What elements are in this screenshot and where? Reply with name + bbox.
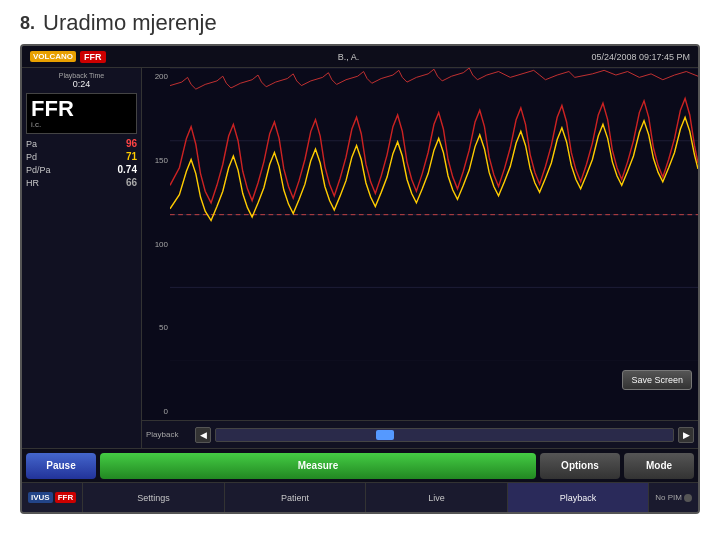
action-buttons-row: Pause Measure Options Mode [22,448,698,482]
metric-label-pa: Pa [26,139,37,149]
page-title: Uradimo mjerenje [43,10,217,36]
metric-value-pa: 96 [126,138,137,149]
metrics-table: Pa 96 Pd 71 Pd/Pa 0.74 HR 66 [26,138,137,190]
options-button[interactable]: Options [540,453,620,479]
playback-time-label: Playback Time [26,72,137,79]
chart-area: 200 150 100 50 0 [142,68,698,448]
y-label-100: 100 [144,240,168,249]
playback-time-value: 0:24 [26,79,137,89]
mode-button[interactable]: Mode [624,453,694,479]
nav-item-settings[interactable]: Settings [83,483,225,512]
metric-label-hr: HR [26,178,39,188]
nav-item-patient[interactable]: Patient [225,483,367,512]
y-label-0: 0 [144,407,168,416]
metric-row-pdpa: Pd/Pa 0.74 [26,164,137,175]
top-bar: VOLCANO FFR B., A. 05/24/2008 09:17:45 P… [22,46,698,68]
playback-slider[interactable] [215,428,674,442]
brand-area: VOLCANO FFR [30,51,106,63]
metric-value-hr: 66 [126,177,137,188]
left-panel: Playback Time 0:24 FFR i.c. Pa 96 Pd 71 … [22,68,142,448]
save-screen-button[interactable]: Save Screen [622,370,692,390]
ffr-subtitle: i.c. [31,120,132,129]
mode-badge: FFR [80,51,106,63]
y-label-200: 200 [144,72,168,81]
nav-brand: IVUS FFR [22,483,83,512]
metric-value-pd: 71 [126,151,137,162]
measure-button[interactable]: Measure [100,453,536,479]
ffr-display-box: FFR i.c. [26,93,137,134]
nav-ffr-logo: FFR [55,492,77,503]
chart-canvas: 200 150 100 50 0 [142,68,698,420]
nav-item-live[interactable]: Live [366,483,508,512]
main-content: Playback Time 0:24 FFR i.c. Pa 96 Pd 71 … [22,68,698,448]
device-frame: VOLCANO FFR B., A. 05/24/2008 09:17:45 P… [20,44,700,514]
bottom-nav-row: IVUS FFR Settings Patient Live Playback … [22,482,698,512]
playback-prev-button[interactable]: ◀ [195,427,211,443]
y-label-150: 150 [144,156,168,165]
pause-button[interactable]: Pause [26,453,96,479]
metric-row-pa: Pa 96 [26,138,137,149]
metric-label-pdpa: Pd/Pa [26,165,51,175]
metric-label-pd: Pd [26,152,37,162]
no-pim-status: No PIM [655,493,682,502]
status-area: No PIM [649,493,698,502]
playback-thumb [376,430,394,440]
y-axis: 200 150 100 50 0 [142,68,170,420]
ffr-title: FFR [31,98,132,120]
nav-items: Settings Patient Live Playback [83,483,649,512]
metric-row-hr: HR 66 [26,177,137,188]
step-number: 8. [20,13,35,34]
pim-indicator [684,494,692,502]
volcano-logo: VOLCANO [30,51,76,62]
nav-item-playback[interactable]: Playback [508,483,650,512]
playback-label: Playback [146,430,191,439]
y-label-50: 50 [144,323,168,332]
date-time: 05/24/2008 09:17:45 PM [591,52,690,62]
metric-row-pd: Pd 71 [26,151,137,162]
patient-name: B., A. [338,52,360,62]
playback-next-button[interactable]: ▶ [678,427,694,443]
chart-svg [170,68,698,361]
metric-value-pdpa: 0.74 [118,164,137,175]
playback-bar-area: Playback ◀ ▶ [142,420,698,448]
title-area: 8. Uradimo mjerenje [0,0,720,44]
nav-ivus-logo: IVUS [28,492,53,503]
